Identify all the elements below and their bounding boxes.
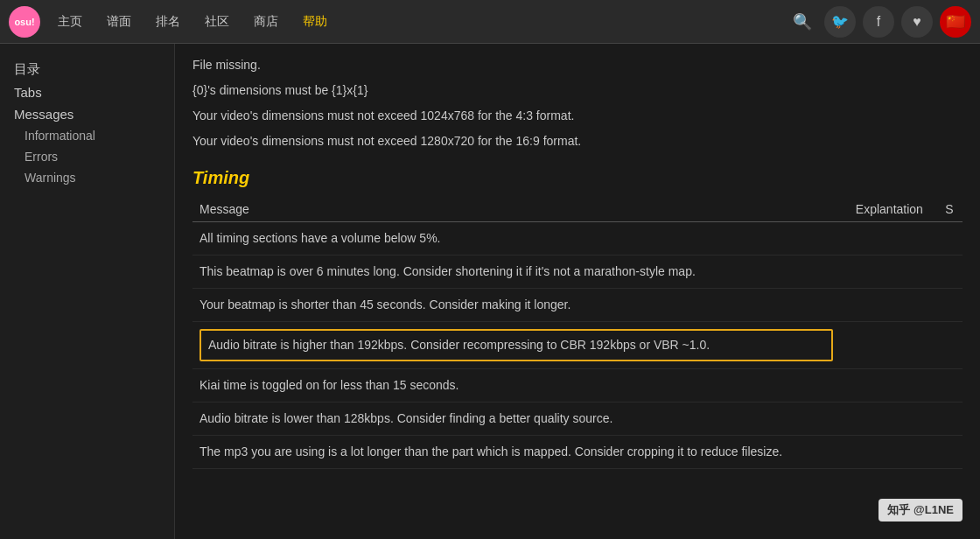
msg-dimensions-169: Your video's dimensions must not exceed … <box>192 129 962 154</box>
col-explanation: Explantation <box>849 197 938 222</box>
msg-file-missing: File missing. <box>192 52 962 78</box>
sidebar-item-informational[interactable]: Informational <box>0 125 174 146</box>
row-s-2 <box>938 289 962 322</box>
row-s-6 <box>938 436 962 469</box>
sidebar-item-warnings[interactable]: Warnings <box>0 167 174 188</box>
nav-store[interactable]: 商店 <box>243 9 289 35</box>
row-message-6: The mp3 you are using is a lot longer th… <box>192 436 849 469</box>
row-explanation-3 <box>849 322 938 369</box>
table-row: This beatmap is over 6 minutes long. Con… <box>192 256 962 289</box>
table-row: All timing sections have a volume below … <box>192 222 962 256</box>
heart-button[interactable]: ♥ <box>901 6 933 38</box>
row-s-3 <box>938 322 962 369</box>
sidebar-item-errors[interactable]: Errors <box>0 146 174 167</box>
msg-dimensions-formula: {0}'s dimensions must be {1}x{1} <box>192 78 962 103</box>
table-header-row: Message Explantation S <box>192 197 962 222</box>
row-explanation-4 <box>849 369 938 402</box>
flag-button[interactable]: 🇨🇳 <box>940 6 971 38</box>
content-inner: File missing. {0}'s dimensions must be {… <box>175 44 980 486</box>
table-row: Audio bitrate is lower than 128kbps. Con… <box>192 402 962 436</box>
row-explanation-5 <box>849 402 938 436</box>
row-s-4 <box>938 369 962 402</box>
highlighted-wrapper: Audio bitrate is higher than 192kbps. Co… <box>200 329 833 361</box>
row-message-3: Audio bitrate is higher than 192kbps. Co… <box>192 322 849 369</box>
osu-logo[interactable]: osu! <box>9 6 40 38</box>
timing-table: Message Explantation S All timing sectio… <box>192 197 962 469</box>
main-layout: 目录 Tabs Messages Informational Errors Wa… <box>0 44 980 539</box>
row-message-2: Your beatmap is shorter than 45 seconds.… <box>192 289 849 322</box>
row-explanation-6 <box>849 436 938 469</box>
facebook-button[interactable]: f <box>863 6 894 38</box>
watermark: 知乎 @L1NE <box>878 499 962 522</box>
table-row: Kiai time is toggled on for less than 15… <box>192 369 962 402</box>
sidebar: 目录 Tabs Messages Informational Errors Wa… <box>0 44 175 539</box>
col-message: Message <box>192 197 849 222</box>
nav-help[interactable]: 帮助 <box>292 9 338 35</box>
nav-beatmaps[interactable]: 谱面 <box>96 9 142 35</box>
twitter-button[interactable]: 🐦 <box>824 6 856 38</box>
row-explanation-2 <box>849 289 938 322</box>
sidebar-messages[interactable]: Messages <box>0 103 174 125</box>
row-message-0: All timing sections have a volume below … <box>192 222 849 256</box>
nav-home[interactable]: 主页 <box>47 9 93 35</box>
row-explanation-0 <box>849 222 938 256</box>
row-s-1 <box>938 256 962 289</box>
top-messages: File missing. {0}'s dimensions must be {… <box>192 52 962 154</box>
nav-links: 主页 谱面 排名 社区 商店 帮助 <box>47 9 780 35</box>
sidebar-tabs[interactable]: Tabs <box>0 81 174 103</box>
sidebar-toc[interactable]: 目录 <box>0 58 174 81</box>
table-row: Audio bitrate is higher than 192kbps. Co… <box>192 322 962 369</box>
row-s-5 <box>938 402 962 436</box>
row-s-0 <box>938 222 962 256</box>
nav-community[interactable]: 社区 <box>194 9 240 35</box>
row-message-1: This beatmap is over 6 minutes long. Con… <box>192 256 849 289</box>
top-navigation: osu! 主页 谱面 排名 社区 商店 帮助 🔍 🐦 f ♥ 🇨🇳 <box>0 0 980 44</box>
search-icon[interactable]: 🔍 <box>788 7 817 37</box>
col-s: S <box>938 197 962 222</box>
row-message-4: Kiai time is toggled on for less than 15… <box>192 369 849 402</box>
content-area: File missing. {0}'s dimensions must be {… <box>175 44 980 539</box>
nav-rankings[interactable]: 排名 <box>145 9 191 35</box>
table-row: Your beatmap is shorter than 45 seconds.… <box>192 289 962 322</box>
table-row: The mp3 you are using is a lot longer th… <box>192 436 962 469</box>
timing-section-title: Timing <box>192 168 962 188</box>
row-message-5: Audio bitrate is lower than 128kbps. Con… <box>192 402 849 436</box>
msg-dimensions-43: Your video's dimensions must not exceed … <box>192 103 962 129</box>
nav-right-icons: 🐦 f ♥ 🇨🇳 <box>824 6 971 38</box>
row-explanation-1 <box>849 256 938 289</box>
